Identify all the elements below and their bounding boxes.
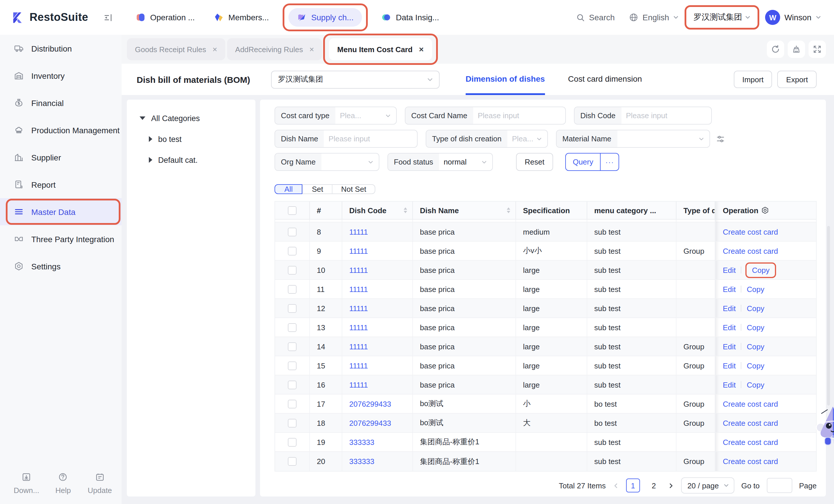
edit-link[interactable]: Edit [723,342,736,351]
sidebar-item-report[interactable]: Report [0,171,122,198]
copy-link[interactable]: Copy [747,304,765,312]
dish-code-link[interactable]: 2076299433 [349,399,391,408]
query-button[interactable]: Query [566,154,600,170]
row-checkbox[interactable] [288,285,297,293]
dish-code-link[interactable]: 333333 [349,438,374,446]
sidebar-item-supplier[interactable]: Supplier [0,144,122,171]
workspace-tab-goods-receipt-rules[interactable]: Goods Receipt Rules× [127,38,225,60]
row-checkbox[interactable] [288,227,297,236]
row-checkbox[interactable] [288,304,297,312]
view-tab-dimension-of-dishes[interactable]: Dimension of dishes [466,64,545,95]
goto-page-input[interactable] [767,478,792,493]
copy-link[interactable]: Copy [752,266,770,274]
sort-icon[interactable] [404,207,407,213]
scrollbar[interactable] [827,226,830,406]
copy-link[interactable]: Copy [747,342,765,351]
create-cost-card-link[interactable]: Create cost card [723,399,778,408]
sidebar-item-three-party-integration[interactable]: Three Party Integration [0,225,122,253]
copy-link[interactable]: Copy [747,323,765,332]
dish-code-link[interactable]: 11111 [349,227,368,236]
select-all-checkbox[interactable] [288,206,297,215]
sort-icon[interactable] [507,207,510,213]
page-number-1[interactable]: 1 [626,479,640,492]
dish-code-link[interactable]: 11111 [349,246,368,255]
query-more-button[interactable]: ··· [600,154,619,170]
dish-code-link[interactable]: 2076299433 [349,419,391,427]
copy-link[interactable]: Copy [747,285,765,293]
edit-link[interactable]: Edit [723,361,736,370]
language-selector[interactable]: English [629,13,679,22]
column-header-dish-code[interactable]: Dish Code [342,202,413,219]
close-icon[interactable]: × [419,45,424,53]
cost-card-name-filter[interactable]: Cost Card NamePlease input [405,107,566,125]
create-cost-card-link[interactable]: Create cost card [723,227,778,236]
tree-item-all-categories[interactable]: All Categories [131,108,251,129]
segment-all[interactable]: All [275,184,303,194]
sidebar-footer-help[interactable]: Help [45,472,82,495]
fullscreen-button[interactable] [809,41,826,58]
create-cost-card-link[interactable]: Create cost card [723,419,778,427]
close-icon[interactable]: × [213,45,217,53]
dish-code-link[interactable]: 333333 [349,457,374,466]
edit-link[interactable]: Edit [723,323,736,332]
topnav-item-members[interactable]: Members... [215,13,269,22]
row-checkbox[interactable] [288,266,297,274]
brand[interactable]: RestoSuite [12,11,88,24]
prev-page-button[interactable] [613,482,619,489]
row-checkbox[interactable] [288,342,297,351]
page-number-2[interactable]: 2 [647,479,661,492]
row-checkbox[interactable] [288,361,297,370]
copy-link[interactable]: Copy [747,380,765,389]
create-cost-card-link[interactable]: Create cost card [723,246,778,255]
clear-button[interactable] [788,41,805,58]
topnav-item-supply-ch[interactable]: Supply ch... [289,8,362,27]
sliders-icon[interactable] [716,134,725,144]
sidebar-item-financial[interactable]: Financial [0,89,122,116]
org-name-filter[interactable]: Org Name [275,153,379,171]
workspace-tab-addreceiving-rules[interactable]: AddReceiving Rules× [227,38,322,60]
user-menu[interactable]: W Winson [765,10,821,25]
dish-name-filter[interactable]: Dish NamePlease input [275,130,418,148]
food-status-filter[interactable]: Food statusnormal [388,153,493,171]
next-page-button[interactable] [668,482,674,489]
edit-link[interactable]: Edit [723,266,736,274]
dish-code-link[interactable]: 11111 [349,285,368,293]
sidebar-item-distribution[interactable]: Distribution [0,35,122,62]
dish-code-link[interactable]: 11111 [349,342,368,351]
topnav-item-operation[interactable]: Operation ... [136,13,195,22]
row-checkbox[interactable] [288,438,297,446]
create-cost-card-link[interactable]: Create cost card [723,457,778,466]
create-cost-card-link[interactable]: Create cost card [723,438,778,446]
tree-item-bo-test[interactable]: bo test [131,129,251,150]
edit-link[interactable]: Edit [723,304,736,312]
org-select[interactable]: 罗汉测试集团 [271,70,440,88]
type-of-dish-creation-filter[interactable]: Type of dish creationPlea... [426,130,548,148]
search-button[interactable]: Search [576,13,615,22]
sidebar-item-settings[interactable]: Settings [0,253,122,280]
sidebar-footer-update[interactable]: Update [81,472,118,495]
row-checkbox[interactable] [288,380,297,389]
dish-code-filter[interactable]: Dish CodePlease input [574,107,712,125]
dish-code-link[interactable]: 11111 [349,323,368,332]
view-tab-cost-card-dimension[interactable]: Cost card dimension [568,64,642,95]
row-checkbox[interactable] [288,457,297,466]
workspace-tab-menu-item-cost-card[interactable]: Menu Item Cost Card× [329,38,432,60]
sidebar-item-master-data[interactable]: Master Data [0,198,122,225]
sidebar-item-inventory[interactable]: Inventory [0,62,122,89]
edit-link[interactable]: Edit [723,285,736,293]
topnav-item-data-insig[interactable]: Data Insig... [382,13,439,22]
caret-right-icon[interactable] [149,157,152,163]
row-checkbox[interactable] [288,419,297,427]
row-checkbox[interactable] [288,399,297,408]
caret-right-icon[interactable] [149,136,152,142]
sidebar-item-production-management[interactable]: Production Management [0,116,122,144]
tree-item-default-cat[interactable]: Default cat. [131,150,251,170]
segment-not-set[interactable]: Not Set [332,185,375,194]
refresh-button[interactable] [767,41,784,58]
org-switcher[interactable]: 罗汉测试集团 [694,12,751,23]
dish-code-link[interactable]: 11111 [349,266,368,274]
dish-code-link[interactable]: 11111 [349,380,368,389]
row-checkbox[interactable] [288,323,297,332]
mascot-assistant[interactable] [816,405,834,450]
dish-code-link[interactable]: 11111 [349,361,368,370]
